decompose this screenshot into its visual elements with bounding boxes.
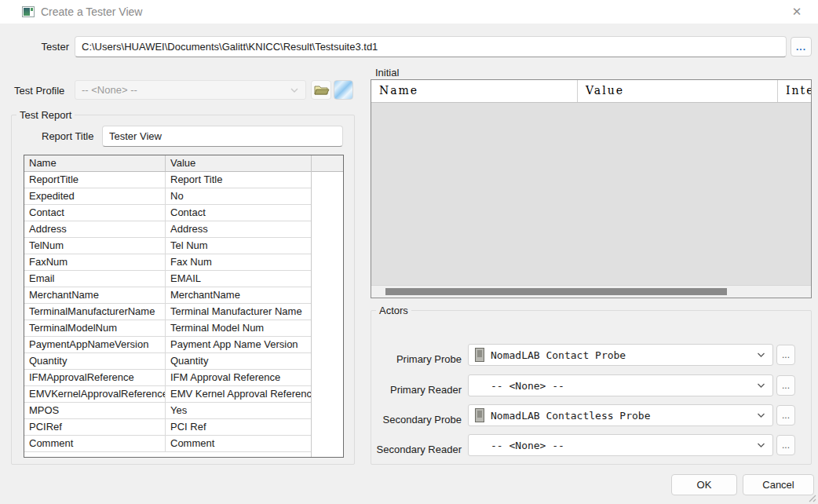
chevron-down-icon bbox=[757, 352, 765, 358]
table-row[interactable]: CommentComment bbox=[24, 436, 311, 452]
field-name-cell[interactable]: TerminalModelNum bbox=[24, 320, 166, 336]
primary-reader-label: Primary Reader bbox=[305, 384, 462, 396]
close-icon[interactable]: ✕ bbox=[787, 2, 807, 21]
actors-group-label: Actors bbox=[376, 305, 411, 316]
field-value-cell[interactable]: Fax Num bbox=[166, 254, 311, 270]
field-value-cell[interactable]: PCI Ref bbox=[166, 419, 311, 435]
field-name-cell[interactable]: ReportTitle bbox=[24, 172, 166, 188]
initial-hscrollbar[interactable] bbox=[371, 285, 811, 298]
tester-label: Tester bbox=[0, 41, 69, 53]
table-row[interactable]: TerminalManufacturerNameTerminal Manufac… bbox=[24, 304, 311, 320]
table-row[interactable]: AddressAddress bbox=[24, 221, 311, 238]
table-row[interactable]: EMVKernelApprovalReferenceEMV Kernel App… bbox=[24, 386, 311, 403]
field-name-cell[interactable]: PCIRef bbox=[24, 419, 166, 435]
secondary-reader-value: -- <None> -- bbox=[491, 440, 564, 451]
field-value-cell[interactable]: Quantity bbox=[166, 353, 311, 369]
field-name-cell[interactable]: FaxNum bbox=[24, 254, 166, 270]
table-row[interactable]: TelNumTel Num bbox=[24, 238, 311, 254]
table-row[interactable]: IFMApprovalReferenceIFM Approval Referen… bbox=[24, 370, 311, 386]
secondary-probe-combobox[interactable]: NomadLAB Contactless Probe bbox=[468, 404, 773, 426]
table-row[interactable]: ExpeditedNo bbox=[24, 188, 311, 205]
field-name-cell[interactable]: Quantity bbox=[24, 353, 166, 369]
field-value-cell[interactable]: No bbox=[166, 188, 311, 204]
probe-device-icon bbox=[475, 348, 484, 362]
field-name-cell[interactable]: TerminalManufacturerName bbox=[24, 304, 166, 320]
field-value-cell[interactable]: Report Title bbox=[166, 172, 311, 188]
open-folder-button[interactable] bbox=[311, 80, 331, 100]
field-name-cell[interactable]: TelNum bbox=[24, 238, 166, 254]
field-value-cell[interactable]: Tel Num bbox=[166, 238, 311, 254]
secondary-reader-combobox[interactable]: -- <None> -- bbox=[468, 434, 773, 456]
field-value-cell[interactable]: MerchantName bbox=[166, 287, 311, 303]
table-row[interactable]: MPOSYes bbox=[24, 403, 311, 419]
table-row[interactable]: TerminalModelNumTerminal Model Num bbox=[24, 320, 311, 337]
primary-probe-combobox[interactable]: NomadLAB Contact Probe bbox=[468, 344, 773, 366]
initial-table-body bbox=[371, 103, 811, 285]
field-value-cell[interactable]: Address bbox=[166, 221, 311, 237]
secondary-reader-browse-button[interactable]: ... bbox=[776, 435, 795, 455]
table-row[interactable]: EmailEMAIL bbox=[24, 271, 311, 287]
secondary-probe-browse-button[interactable]: ... bbox=[776, 405, 795, 425]
primary-reader-combobox[interactable]: -- <None> -- bbox=[468, 374, 773, 396]
field-value-cell[interactable]: Terminal Manufacturer Name bbox=[166, 304, 311, 320]
report-fields-table: Name Value ReportTitleReport TitleExpedi… bbox=[24, 155, 344, 458]
primary-probe-browse-button[interactable]: ... bbox=[776, 345, 795, 365]
chevron-down-icon bbox=[757, 442, 765, 448]
title-bar[interactable]: Create a Tester View ✕ bbox=[0, 0, 818, 24]
probe-device-icon bbox=[475, 408, 484, 422]
report-table-header: Name Value bbox=[24, 155, 311, 172]
ok-button[interactable]: OK bbox=[671, 474, 737, 495]
chevron-down-icon bbox=[290, 87, 298, 93]
resize-grip[interactable] bbox=[807, 493, 816, 502]
create-tester-view-dialog: { "window": { "title": "Create a Tester … bbox=[0, 0, 818, 504]
field-name-cell[interactable]: Comment bbox=[24, 436, 166, 451]
cancel-button[interactable]: Cancel bbox=[743, 474, 814, 495]
initial-col-name[interactable]: Name bbox=[371, 80, 578, 102]
field-value-cell[interactable]: IFM Approval Reference bbox=[166, 370, 311, 385]
table-row[interactable]: PCIRefPCI Ref bbox=[24, 419, 311, 436]
field-name-cell[interactable]: Contact bbox=[24, 205, 166, 221]
test-profile-combobox[interactable]: -- <None> -- bbox=[75, 80, 306, 100]
table-row[interactable]: ContactContact bbox=[24, 205, 311, 221]
field-name-cell[interactable]: IFMApprovalReference bbox=[24, 370, 166, 385]
primary-probe-label: Primary Probe bbox=[305, 353, 462, 365]
table-row[interactable]: FaxNumFax Num bbox=[24, 254, 311, 271]
report-table-filler-column bbox=[311, 155, 343, 457]
field-value-cell[interactable]: Yes bbox=[166, 403, 311, 418]
field-value-cell[interactable]: EMAIL bbox=[166, 271, 311, 287]
profile-view-button[interactable] bbox=[334, 80, 353, 100]
initial-label: Initial bbox=[375, 67, 399, 79]
report-fields-body: ReportTitleReport TitleExpeditedNoContac… bbox=[24, 172, 311, 452]
field-name-cell[interactable]: MPOS bbox=[24, 403, 166, 418]
table-row[interactable]: ReportTitleReport Title bbox=[24, 172, 311, 188]
field-value-cell[interactable]: Comment bbox=[166, 436, 311, 451]
field-value-cell[interactable]: Terminal Model Num bbox=[166, 320, 311, 336]
initial-table: Name Value Inter bbox=[371, 79, 812, 298]
field-value-cell[interactable]: Payment App Name Version bbox=[166, 337, 311, 352]
test-profile-label: Test Profile bbox=[14, 85, 64, 97]
field-value-cell[interactable]: Contact bbox=[166, 205, 311, 221]
window-title: Create a Tester View bbox=[41, 0, 142, 24]
table-row[interactable]: PaymentAppNameVersionPayment App Name Ve… bbox=[24, 337, 311, 353]
initial-hscrollbar-thumb[interactable] bbox=[385, 288, 727, 295]
primary-reader-browse-button[interactable]: ... bbox=[776, 375, 795, 396]
open-folder-icon bbox=[312, 81, 330, 99]
field-name-cell[interactable]: Expedited bbox=[24, 188, 166, 204]
table-row[interactable]: MerchantNameMerchantName bbox=[24, 287, 311, 304]
tester-browse-button[interactable]: ... bbox=[791, 37, 812, 57]
table-row[interactable]: QuantityQuantity bbox=[24, 353, 311, 370]
tester-path-input[interactable] bbox=[75, 36, 787, 57]
field-value-cell[interactable]: EMV Kernel Approval Reference bbox=[166, 386, 311, 402]
initial-col-inter[interactable]: Inter bbox=[778, 80, 811, 102]
initial-table-header: Name Value Inter bbox=[371, 80, 811, 103]
initial-col-value[interactable]: Value bbox=[578, 80, 778, 102]
field-name-cell[interactable]: Address bbox=[24, 221, 166, 237]
report-col-value[interactable]: Value bbox=[166, 155, 311, 171]
report-title-input[interactable] bbox=[102, 126, 343, 147]
field-name-cell[interactable]: MerchantName bbox=[24, 287, 166, 303]
field-name-cell[interactable]: PaymentAppNameVersion bbox=[24, 337, 166, 352]
secondary-probe-label: Secondary Probe bbox=[305, 414, 462, 425]
field-name-cell[interactable]: Email bbox=[24, 271, 166, 287]
report-col-name[interactable]: Name bbox=[24, 155, 166, 171]
field-name-cell[interactable]: EMVKernelApprovalReference bbox=[24, 386, 166, 402]
